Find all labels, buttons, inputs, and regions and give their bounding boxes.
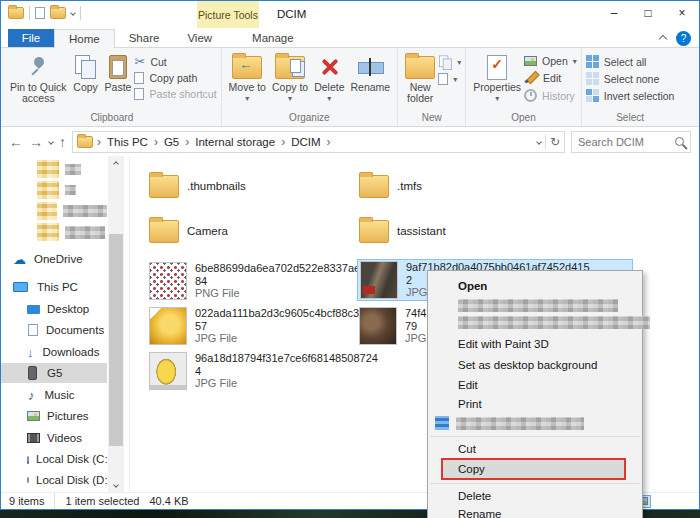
tab-view[interactable]: View xyxy=(173,29,226,47)
breadcrumb-dcim[interactable]: DCIM xyxy=(289,136,322,148)
delete-button[interactable]: Delete▾ xyxy=(311,51,347,105)
refresh-icon[interactable]: ↻ xyxy=(550,136,560,148)
redacted-label xyxy=(65,185,76,195)
breadcrumb[interactable]: › This PC › G5 › Internal storage › DCIM… xyxy=(72,131,565,153)
menu-item-edit[interactable]: Edit xyxy=(428,375,642,394)
copy-path-button[interactable]: Copy path xyxy=(134,72,216,84)
help-icon[interactable]: ? xyxy=(676,31,691,46)
sidebar-item-desktop[interactable]: Desktop xyxy=(1,299,107,319)
quick-access-item-redacted[interactable] xyxy=(1,201,107,221)
edit-button[interactable]: Edit xyxy=(524,71,577,85)
copy-button[interactable]: Copy xyxy=(70,51,102,94)
sidebar-item-local-disk-c[interactable]: Local Disk (C: xyxy=(1,449,107,469)
scroll-up-icon[interactable] xyxy=(108,156,124,171)
redacted-label xyxy=(65,226,105,239)
menu-item-open[interactable]: Open xyxy=(428,276,642,296)
menu-item-delete[interactable]: Delete xyxy=(428,487,642,505)
new-item-button[interactable]: ▾ xyxy=(438,55,461,69)
file-thumbnail xyxy=(149,262,187,300)
menu-item-redacted[interactable] xyxy=(458,316,650,329)
forward-icon[interactable]: → xyxy=(29,135,43,149)
easy-access-button[interactable]: ▾ xyxy=(438,73,461,85)
tab-manage[interactable]: Manage xyxy=(238,29,308,47)
rename-button[interactable]: Rename xyxy=(348,51,394,94)
menu-item-cut[interactable]: Cut xyxy=(428,440,642,458)
tab-share[interactable]: Share xyxy=(115,29,174,47)
copy-icon xyxy=(73,54,99,80)
maximize-button[interactable]: □ xyxy=(631,1,665,25)
breadcrumb-g5[interactable]: G5 xyxy=(162,136,181,148)
new-folder-button[interactable]: New folder xyxy=(402,51,438,105)
minimize-button[interactable]: – xyxy=(597,1,631,25)
menu-item-set-as-desktop-background[interactable]: Set as desktop background xyxy=(428,354,642,375)
sidebar-item-pictures[interactable]: Pictures xyxy=(1,406,107,426)
select-none-button[interactable]: Select none xyxy=(586,72,675,85)
cut-button[interactable]: ✂ Cut xyxy=(134,55,216,68)
folder-tile-tassistant[interactable]: tassistant xyxy=(359,210,446,252)
sidebar-item-music[interactable]: ♪ Music xyxy=(1,385,107,405)
sidebar-item-g5[interactable]: G5 xyxy=(1,363,107,383)
breadcrumb-separator-icon: › xyxy=(327,135,331,149)
group-label-select: Select xyxy=(582,111,679,126)
move-to-button[interactable]: Move to▾ xyxy=(226,51,269,105)
menu-item-redacted[interactable] xyxy=(428,413,642,433)
breadcrumb-this-pc[interactable]: This PC xyxy=(105,136,150,148)
quick-access-item-redacted[interactable] xyxy=(1,159,107,179)
tab-file[interactable]: File xyxy=(8,29,54,47)
folder-tile-camera[interactable]: Camera xyxy=(149,210,228,252)
sidebar-item-downloads[interactable]: ↓ Downloads xyxy=(1,342,107,362)
open-button[interactable]: Open ▾ xyxy=(524,55,577,67)
menu-item-copy[interactable]: Copy xyxy=(441,458,626,480)
menu-item-edit-with-paint-3d[interactable]: Edit with Paint 3D xyxy=(428,333,642,354)
new-folder-qat-icon[interactable] xyxy=(50,7,66,19)
close-button[interactable]: × xyxy=(665,1,699,25)
music-note-icon: ♪ xyxy=(28,389,35,402)
sidebar-scrollbar[interactable] xyxy=(108,156,124,492)
dropdown-icon: ▾ xyxy=(288,93,292,104)
breadcrumb-internal-storage[interactable]: Internal storage xyxy=(193,136,277,148)
invert-selection-button[interactable]: Invert selection xyxy=(586,89,675,102)
redacted-label xyxy=(63,205,107,217)
menu-item-redacted[interactable] xyxy=(458,299,618,312)
dropdown-icon: ▾ xyxy=(457,58,461,67)
sidebar-item-this-pc[interactable]: This PC xyxy=(1,277,107,297)
select-all-button[interactable]: Select all xyxy=(586,55,675,68)
folder-tile-tmfs[interactable]: .tmfs xyxy=(359,165,422,207)
tab-home[interactable]: Home xyxy=(54,29,115,48)
properties-button[interactable]: Properties▾ xyxy=(470,51,524,105)
file-tile-duck[interactable]: 022ada111ba2d3c9605c4bcf88c388 57 JPG Fi… xyxy=(149,305,371,347)
customize-qat-chevron-icon[interactable] xyxy=(70,10,76,16)
menu-item-rename[interactable]: Rename xyxy=(428,505,642,518)
paste-button[interactable]: Paste xyxy=(102,51,135,94)
address-dropdown-chevron-icon[interactable] xyxy=(536,139,542,145)
back-icon[interactable]: ← xyxy=(9,135,23,149)
pin-to-quick-access-button[interactable]: Pin to Quick access xyxy=(7,51,70,105)
paste-shortcut-button[interactable]: Paste shortcut xyxy=(134,88,216,100)
folder-tile-thumbnails[interactable]: .thumbnails xyxy=(149,165,246,207)
quick-access-item-redacted[interactable] xyxy=(1,180,107,200)
sidebar-item-documents[interactable]: Documents xyxy=(1,320,107,340)
sidebar-item-videos[interactable]: Videos xyxy=(1,428,107,448)
location-folder-icon xyxy=(77,136,93,148)
quick-access-item-redacted[interactable] xyxy=(1,222,107,242)
up-icon[interactable]: ↑ xyxy=(59,135,66,149)
file-tile-png[interactable]: 6be88699da6ea702d522e8337ae99b 84 PNG Fi… xyxy=(149,260,379,302)
properties-qat-icon[interactable] xyxy=(35,7,45,19)
divider xyxy=(29,6,30,20)
scrollbar-thumb[interactable] xyxy=(109,234,123,446)
copy-to-button[interactable]: Copy to▾ xyxy=(269,51,311,105)
new-folder-icon xyxy=(405,56,435,79)
history-button[interactable]: History xyxy=(524,89,577,102)
divider xyxy=(80,6,81,20)
scroll-down-icon[interactable] xyxy=(108,477,124,492)
menu-item-print[interactable]: Print xyxy=(428,394,642,413)
search-icon[interactable] xyxy=(675,137,684,146)
sidebar-item-onedrive[interactable]: ☁ OneDrive xyxy=(1,249,107,269)
file-tile-minion[interactable]: 96a18d18794f31e7ce6f68148508724 4 JPG Fi… xyxy=(149,350,378,392)
sidebar-item-local-disk-d[interactable]: Local Disk (D: xyxy=(1,470,107,490)
search-input[interactable] xyxy=(578,136,671,148)
sidebar-item-local-disk-e[interactable]: Local Disk (E: xyxy=(1,491,107,492)
search-box[interactable] xyxy=(571,131,691,153)
collapse-ribbon-icon[interactable] xyxy=(659,34,667,42)
recent-locations-chevron-icon[interactable] xyxy=(48,139,54,145)
